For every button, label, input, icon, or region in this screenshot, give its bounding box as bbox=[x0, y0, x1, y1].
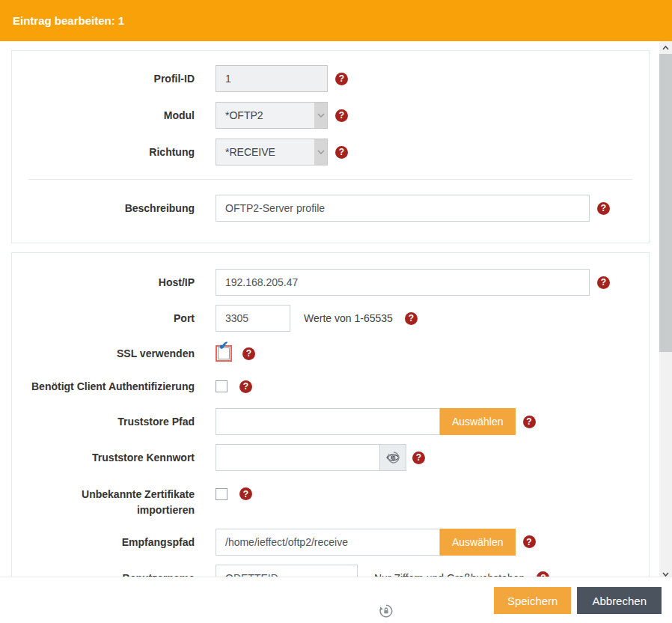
truststore-pfad-browse-button[interactable]: Auswählen bbox=[440, 408, 516, 435]
chevron-down-icon bbox=[314, 103, 327, 128]
dialog-header: Eintrag bearbeiten: 1 bbox=[0, 0, 672, 41]
truststore-kennwort-label: Truststore Kennwort bbox=[28, 450, 216, 465]
question-circle-icon[interactable]: ? bbox=[523, 535, 536, 548]
benutzername-row: Benutzername Nur Ziffern und Großbuchsta… bbox=[28, 565, 632, 577]
ssl-row: SSL verwenden ? bbox=[28, 345, 632, 362]
empfangspfad-browse-button[interactable]: Auswählen bbox=[440, 529, 516, 556]
modul-select: *OFTP2 bbox=[216, 102, 328, 129]
section-divider bbox=[28, 179, 632, 180]
chevron-down-icon bbox=[314, 139, 327, 165]
question-circle-icon[interactable]: ? bbox=[412, 452, 425, 464]
ssl-label: SSL verwenden bbox=[28, 346, 216, 361]
client-auth-label: Benötigt Client Authentifizierung bbox=[28, 379, 216, 394]
benutzername-label: Benutzername bbox=[28, 571, 216, 577]
port-row: Port Werte von 1-65535 ? bbox=[28, 305, 632, 332]
beschreibung-row: Beschreibung ? bbox=[28, 195, 632, 222]
host-input[interactable] bbox=[216, 269, 590, 296]
profil-id-row: Profil-ID ? bbox=[28, 65, 632, 92]
unbekannte-zertifikate-checkbox[interactable] bbox=[216, 488, 227, 500]
truststore-pfad-row: Truststore Pfad Auswählen ? bbox=[28, 408, 632, 435]
truststore-kennwort-input[interactable] bbox=[216, 444, 380, 471]
unbekannte-zertifikate-row: Unbekannte Zertifikate importieren ? bbox=[28, 487, 632, 517]
client-auth-checkbox[interactable] bbox=[216, 380, 227, 392]
dialog-body: Profil-ID ? Modul *OFTP2 ? bbox=[0, 41, 659, 577]
profil-id-input bbox=[216, 65, 328, 92]
modul-label: Modul bbox=[28, 108, 216, 123]
host-label: Host/IP bbox=[28, 275, 216, 290]
question-circle-icon[interactable]: ? bbox=[597, 202, 610, 215]
empfangspfad-input[interactable] bbox=[216, 529, 440, 556]
ssl-checkbox-alert-border bbox=[216, 345, 232, 362]
lock-refresh-icon[interactable] bbox=[387, 451, 400, 464]
truststore-pfad-label: Truststore Pfad bbox=[28, 414, 216, 429]
question-circle-icon[interactable]: ? bbox=[523, 416, 536, 428]
empfangspfad-row: Empfangspfad Auswählen ? bbox=[28, 529, 632, 556]
question-circle-icon[interactable]: ? bbox=[405, 312, 418, 325]
modul-select-value: *OFTP2 bbox=[216, 103, 263, 128]
ssl-checkbox[interactable] bbox=[218, 347, 230, 359]
scrollbar-up-button[interactable] bbox=[659, 41, 672, 54]
lock-refresh-icon bbox=[379, 604, 394, 619]
richtung-row: Richtung *RECEIVE ? bbox=[28, 139, 632, 165]
unbekannte-zertifikate-label: Unbekannte Zertifikate importieren bbox=[28, 487, 216, 517]
richtung-select: *RECEIVE bbox=[216, 139, 328, 165]
client-auth-row: Benötigt Client Authentifizierung ? bbox=[28, 379, 632, 394]
scrollbar-thumb[interactable] bbox=[659, 54, 672, 352]
question-circle-icon[interactable]: ? bbox=[239, 487, 252, 500]
richtung-label: Richtung bbox=[28, 145, 216, 159]
beschreibung-label: Beschreibung bbox=[28, 201, 216, 216]
port-input[interactable] bbox=[216, 305, 290, 332]
benutzername-input[interactable] bbox=[216, 565, 358, 577]
question-circle-icon[interactable]: ? bbox=[335, 73, 348, 85]
question-circle-icon[interactable]: ? bbox=[242, 347, 255, 360]
question-circle-icon[interactable]: ? bbox=[597, 276, 610, 289]
save-button[interactable]: Speichern bbox=[494, 587, 572, 614]
truststore-kennwort-row: Truststore Kennwort bbox=[28, 444, 632, 471]
port-label: Port bbox=[28, 311, 216, 326]
cancel-button[interactable]: Abbrechen bbox=[577, 587, 662, 614]
beschreibung-input[interactable] bbox=[216, 195, 590, 222]
richtung-select-value: *RECEIVE bbox=[216, 139, 275, 165]
truststore-pfad-input[interactable] bbox=[216, 408, 440, 435]
question-circle-icon[interactable]: ? bbox=[335, 146, 348, 159]
vertical-scrollbar[interactable] bbox=[659, 41, 672, 580]
dialog-title: Eintrag bearbeiten: 1 bbox=[13, 14, 124, 27]
profile-section-card: Profil-ID ? Modul *OFTP2 ? bbox=[11, 50, 650, 243]
connection-section-card: Host/IP ? Port Werte von 1-65535 ? SSL v… bbox=[11, 252, 650, 577]
empfangspfad-label: Empfangspfad bbox=[28, 535, 216, 550]
question-circle-icon[interactable]: ? bbox=[537, 571, 549, 577]
question-circle-icon[interactable]: ? bbox=[335, 109, 348, 122]
host-row: Host/IP ? bbox=[28, 269, 632, 296]
question-circle-icon[interactable]: ? bbox=[239, 380, 252, 393]
profil-id-label: Profil-ID bbox=[28, 71, 216, 86]
edit-entry-dialog: Eintrag bearbeiten: 1 Profil-ID ? Modul … bbox=[0, 0, 672, 623]
dialog-footer: Speichern Abbrechen bbox=[0, 577, 672, 623]
modul-row: Modul *OFTP2 ? bbox=[28, 102, 632, 129]
port-hint: Werte von 1-65535 bbox=[304, 312, 393, 324]
